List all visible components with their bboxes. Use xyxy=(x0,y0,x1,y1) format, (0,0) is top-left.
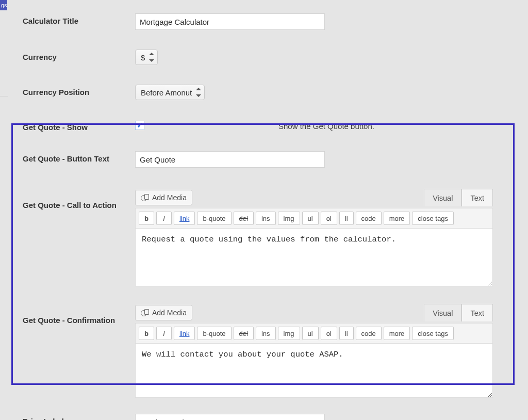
qt-ins[interactable]: ins xyxy=(256,212,276,225)
currency-position-select[interactable]: Before Amonut xyxy=(135,85,205,100)
qt-bquote[interactable]: b-quote xyxy=(197,212,231,225)
sidebar-tab-settings[interactable]: gs xyxy=(0,0,7,10)
get-quote-button-text-input[interactable] xyxy=(135,151,325,168)
cta-add-media-button[interactable]: Add Media xyxy=(135,190,192,205)
sidebar-divider xyxy=(0,96,8,96)
qt-del[interactable]: del xyxy=(234,212,254,225)
confirmation-quicktags-toolbar: b i link b-quote del ins img ul ol li co… xyxy=(135,323,493,344)
qt-italic[interactable]: i xyxy=(156,327,172,340)
add-media-label: Add Media xyxy=(152,309,187,317)
get-quote-show-checkbox[interactable]: ✓ xyxy=(135,121,144,130)
qt-bquote[interactable]: b-quote xyxy=(197,327,231,340)
label-currency: Currency xyxy=(23,50,135,61)
label-get-quote-show: Get Quote - Show xyxy=(23,120,135,132)
qt-code[interactable]: code xyxy=(356,327,382,340)
qt-del[interactable]: del xyxy=(234,327,254,340)
cta-quicktags-toolbar: b i link b-quote del ins img ul ol li co… xyxy=(135,208,493,229)
label-currency-position: Currency Position xyxy=(23,85,135,96)
cta-editor-tabs: Visual Text xyxy=(424,189,493,206)
qt-ol[interactable]: ol xyxy=(321,212,337,225)
cta-tab-visual[interactable]: Visual xyxy=(424,189,461,206)
qt-close[interactable]: close tags xyxy=(412,327,454,340)
get-quote-show-description: Show the Get Quote button. xyxy=(144,120,374,131)
qt-more[interactable]: more xyxy=(384,327,410,340)
media-icon xyxy=(141,194,149,201)
qt-img[interactable]: img xyxy=(278,212,300,225)
qt-more[interactable]: more xyxy=(384,212,410,225)
confirmation-tab-visual[interactable]: Visual xyxy=(424,304,461,321)
cta-textarea[interactable] xyxy=(135,229,493,286)
label-price-label: Price Label xyxy=(23,414,135,420)
confirmation-textarea[interactable] xyxy=(135,344,493,398)
currency-position-value: Before Amonut xyxy=(141,88,201,97)
price-label-input[interactable] xyxy=(135,414,325,420)
select-arrows-icon xyxy=(149,52,154,63)
add-media-label: Add Media xyxy=(152,193,187,202)
label-get-quote-cta: Get Quote - Call to Action xyxy=(23,187,135,209)
qt-link[interactable]: link xyxy=(174,212,195,225)
currency-select[interactable]: $ xyxy=(135,50,158,65)
confirmation-add-media-button[interactable]: Add Media xyxy=(135,305,192,320)
media-icon xyxy=(141,309,149,316)
confirmation-editor: Add Media Visual Text b i link b-quote d… xyxy=(135,302,493,399)
label-get-quote-button-text: Get Quote - Button Text xyxy=(23,151,135,163)
qt-bold[interactable]: b xyxy=(139,327,154,340)
select-arrows-icon xyxy=(196,87,201,98)
qt-ins[interactable]: ins xyxy=(256,327,276,340)
qt-ol[interactable]: ol xyxy=(321,327,337,340)
qt-close[interactable]: close tags xyxy=(412,212,454,225)
qt-ul[interactable]: ul xyxy=(302,327,319,340)
label-get-quote-confirmation: Get Quote - Confirmation xyxy=(23,302,135,325)
qt-li[interactable]: li xyxy=(339,327,354,340)
settings-form: Calculator Title Currency $ Currency Pos… xyxy=(9,0,520,420)
confirmation-tab-text[interactable]: Text xyxy=(461,304,493,321)
qt-ul[interactable]: ul xyxy=(302,212,319,225)
qt-li[interactable]: li xyxy=(339,212,354,225)
qt-img[interactable]: img xyxy=(278,327,300,340)
qt-code[interactable]: code xyxy=(356,212,382,225)
label-calculator-title: Calculator Title xyxy=(23,13,135,25)
calculator-title-input[interactable] xyxy=(135,13,325,30)
confirmation-editor-tabs: Visual Text xyxy=(424,304,493,321)
qt-bold[interactable]: b xyxy=(139,212,154,225)
qt-link[interactable]: link xyxy=(174,327,195,340)
cta-editor: Add Media Visual Text b i link b-quote d… xyxy=(135,187,493,288)
qt-italic[interactable]: i xyxy=(156,212,172,225)
cta-tab-text[interactable]: Text xyxy=(461,189,493,206)
